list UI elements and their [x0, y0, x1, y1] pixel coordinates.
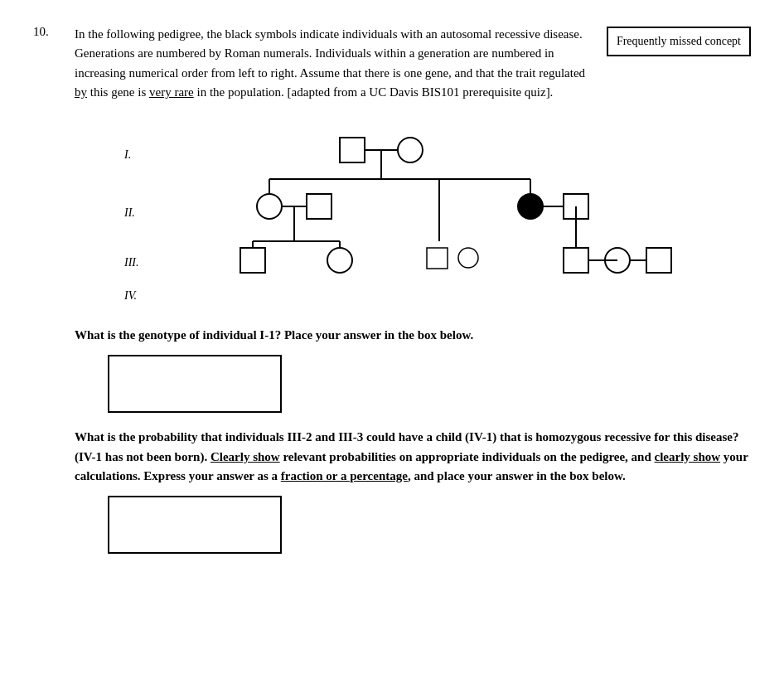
gen-label-III: III. [124, 256, 139, 269]
gen-label-IV: IV. [124, 289, 137, 302]
q2-underline3: fraction or a percentage [281, 469, 408, 482]
answer-box-2[interactable] [108, 496, 282, 554]
individual-II-3-affected [518, 194, 543, 219]
individual-III-4-small [458, 248, 478, 268]
q2-text2: relevant probabilities on appropriate in… [280, 450, 655, 463]
question-1-body: What is the genotype of individual I-1? … [75, 326, 751, 413]
individual-I-1 [340, 138, 365, 162]
underline-very-rare: very rare [149, 85, 194, 99]
individual-III-3-small [427, 248, 448, 269]
individual-II-2 [307, 194, 332, 219]
q2-text4: , and place your answer in the box below… [408, 469, 626, 482]
pedigree-diagram: I. II. III. IV. [124, 117, 751, 311]
pedigree-svg: I. II. III. IV. [124, 117, 688, 308]
answer-box-1[interactable] [108, 355, 282, 413]
individual-I-2 [398, 138, 423, 162]
individual-III-7 [646, 248, 671, 273]
gen-label-II: II. [124, 206, 135, 219]
text-part1: In the following pedigree, the black sym… [75, 27, 585, 80]
question-1-text: What is the genotype of individual I-1? … [75, 326, 751, 345]
individual-II-1 [257, 194, 282, 219]
underline-by: by [75, 85, 87, 99]
text-part2: this gene is [87, 85, 149, 99]
question-2-text: What is the probability that individuals… [75, 428, 751, 486]
individual-III-5 [564, 248, 588, 273]
frequently-missed-box: Frequently missed concept [607, 27, 751, 56]
question-number: 10. [33, 25, 58, 39]
q2-underline1: Clearly show [211, 450, 280, 463]
text-part3: in the population. [adapted from a UC Da… [194, 85, 554, 99]
freq-missed-label: Frequently missed concept [617, 35, 741, 47]
individual-III-2 [327, 248, 352, 273]
question-text: In the following pedigree, the black sym… [75, 25, 590, 102]
gen-label-I: I. [124, 148, 131, 161]
individual-III-1 [240, 248, 265, 273]
question-10-block: 10. In the following pedigree, the black… [33, 25, 751, 564]
question-2-body: What is the probability that individuals… [75, 428, 751, 554]
q2-underline2: clearly show [655, 450, 721, 463]
